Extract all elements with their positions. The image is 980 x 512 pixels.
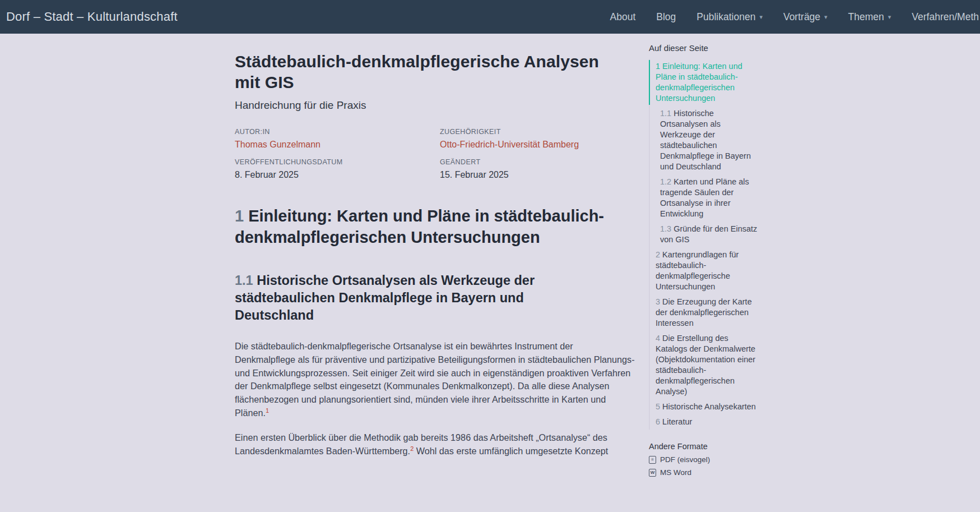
toc-item-number: 6 xyxy=(656,417,660,426)
toc-item-number: 1.3 xyxy=(660,224,671,233)
nav-item-themen[interactable]: Themen▾ xyxy=(848,11,891,23)
other-formats-heading: Andere Formate xyxy=(649,442,761,451)
meta-affiliation-label: ZUGEHÖRIGKEIT xyxy=(440,128,636,136)
toc-heading: Auf dieser Seite xyxy=(649,43,761,53)
section-heading-1: 1 Einleitung: Karten und Pläne in städte… xyxy=(235,205,627,248)
nav-item-label: About xyxy=(610,11,636,23)
paragraph-text: Wohl das erste umfänglich umgesetzte Kon… xyxy=(414,446,608,456)
article-main: Städtebaulich-denkmalpflegerische Analys… xyxy=(235,34,636,458)
paragraph-2: Einen ersten Überblick über die Methodik… xyxy=(235,431,636,458)
affiliation-link[interactable]: Otto-Friedrich-Universität Bamberg xyxy=(440,140,579,149)
nav-item-blog[interactable]: Blog xyxy=(656,11,676,23)
toc-sidebar: Auf dieser Seite 1 Einleitung: Karten un… xyxy=(649,43,761,477)
word-file-icon: W xyxy=(649,469,656,477)
toc-item[interactable]: 1 Einleitung: Karten und Pläne in städte… xyxy=(650,59,761,106)
meta-published-label: VERÖFFENTLICHUNGSDATUM xyxy=(235,158,440,166)
nav-item-label: Vorträge xyxy=(783,11,820,23)
nav-item-label: Publikationen xyxy=(696,11,755,23)
meta-affiliation: ZUGEHÖRIGKEIT Otto-Friedrich-Universität… xyxy=(440,128,636,150)
page-subtitle: Handreichung für die Praxis xyxy=(235,99,636,112)
toc-item-label: Kartengrundlagen für städtebaulich-denkm… xyxy=(656,250,739,291)
toc-item-label: Historische Analysekarten xyxy=(660,402,756,411)
toc-item[interactable]: 2 Kartengrundlagen für städtebaulich-den… xyxy=(650,247,761,294)
toc-item[interactable]: 6 Literatur xyxy=(650,414,761,430)
toc-item-label: Die Erzeugung der Karte der denkmalpfleg… xyxy=(656,297,752,328)
modified-date: 15. Februar 2025 xyxy=(440,170,636,180)
main-navigation: AboutBlogPublikationen▾Vorträge▾Themen▾V… xyxy=(610,11,980,23)
other-formats: Andere Formate ≡PDF (eisvogel)WMS Word xyxy=(649,442,761,477)
toc-item-number: 1.2 xyxy=(660,177,671,186)
section-heading-text: Historische Ortsanalysen als Werkzeuge d… xyxy=(235,273,535,322)
toc-item[interactable]: 5 Historische Analysekarten xyxy=(650,399,761,414)
nav-item-verfahren-meth[interactable]: Verfahren/Meth xyxy=(912,11,979,23)
nav-item-label: Themen xyxy=(848,11,884,23)
footnote-ref-1[interactable]: 1 xyxy=(266,407,269,414)
toc-item-number: 1.1 xyxy=(660,109,671,118)
page-title: Städtebaulich-denkmalpflegerische Analys… xyxy=(235,51,623,93)
nav-item-publikationen[interactable]: Publikationen▾ xyxy=(696,11,763,23)
section-heading-text: Einleitung: Karten und Pläne in städteba… xyxy=(235,207,604,246)
article-meta: AUTOR:IN Thomas Gunzelmann ZUGEHÖRIGKEIT… xyxy=(235,128,636,180)
paragraph-1: Die städtebaulich-denkmalpflegerische Or… xyxy=(235,340,636,420)
toc-item-number: 1 xyxy=(656,62,660,71)
toc-item[interactable]: 4 Die Erstellung des Katalogs der Denkma… xyxy=(650,331,761,399)
toc-item-number: 5 xyxy=(656,402,660,411)
toc-item-number: 4 xyxy=(656,334,660,343)
toc-item-number: 2 xyxy=(656,250,660,259)
section-number: 1.1 xyxy=(235,273,253,288)
meta-author: AUTOR:IN Thomas Gunzelmann xyxy=(235,128,440,150)
toc-item-label: Gründe für den Einsatz von GIS xyxy=(660,224,757,244)
toc-item[interactable]: 1.2 Karten und Pläne als tragende Säulen… xyxy=(650,174,761,222)
pdf-file-icon: ≡ xyxy=(649,456,656,464)
chevron-down-icon: ▾ xyxy=(888,14,891,20)
format-link-label: PDF (eisvogel) xyxy=(660,455,710,464)
format-links: ≡PDF (eisvogel)WMS Word xyxy=(649,455,761,477)
toc-item[interactable]: 3 Die Erzeugung der Karte der denkmalpfl… xyxy=(650,294,761,331)
paragraph-text: Die städtebaulich-denkmalpflegerische Or… xyxy=(235,341,635,418)
meta-modified: GEÄNDERT 15. Februar 2025 xyxy=(440,158,636,180)
toc-item-label: Karten und Pläne als tragende Säulen der… xyxy=(660,177,749,218)
site-brand[interactable]: Dorf – Stadt – Kulturlandschaft xyxy=(6,10,178,24)
meta-author-label: AUTOR:IN xyxy=(235,128,440,136)
nav-item-about[interactable]: About xyxy=(610,11,636,23)
nav-item-vortr-ge[interactable]: Vorträge▾ xyxy=(783,11,828,23)
top-navbar: Dorf – Stadt – Kulturlandschaft AboutBlo… xyxy=(0,0,980,34)
toc-item-label: Literatur xyxy=(660,417,692,426)
nav-item-label: Blog xyxy=(656,11,676,23)
word-download-link[interactable]: WMS Word xyxy=(649,468,761,477)
pdf-download-link[interactable]: ≡PDF (eisvogel) xyxy=(649,455,761,464)
toc-item[interactable]: 1.1 Historische Ortsanalysen als Werkzeu… xyxy=(650,106,761,174)
section-number: 1 xyxy=(235,207,244,225)
chevron-down-icon: ▾ xyxy=(824,14,828,20)
toc-item[interactable]: 1.3 Gründe für den Einsatz von GIS xyxy=(650,222,761,247)
chevron-down-icon: ▾ xyxy=(759,14,763,20)
meta-published: VERÖFFENTLICHUNGSDATUM 8. Februar 2025 xyxy=(235,158,440,180)
format-link-label: MS Word xyxy=(660,468,691,477)
author-link[interactable]: Thomas Gunzelmann xyxy=(235,140,321,149)
nav-item-label: Verfahren/Meth xyxy=(912,11,979,23)
toc-item-label: Einleitung: Karten und Pläne in städteba… xyxy=(656,62,742,103)
toc-item-label: Historische Ortsanalysen als Werkzeuge d… xyxy=(660,109,751,171)
meta-modified-label: GEÄNDERT xyxy=(440,158,636,166)
toc-item-label: Die Erstellung des Katalogs der Denkmalw… xyxy=(656,334,755,396)
toc-list: 1 Einleitung: Karten und Pläne in städte… xyxy=(649,59,761,430)
toc-item-number: 3 xyxy=(656,297,660,306)
section-heading-1-1: 1.1 Historische Ortsanalysen als Werkzeu… xyxy=(235,272,582,324)
published-date: 8. Februar 2025 xyxy=(235,170,440,180)
